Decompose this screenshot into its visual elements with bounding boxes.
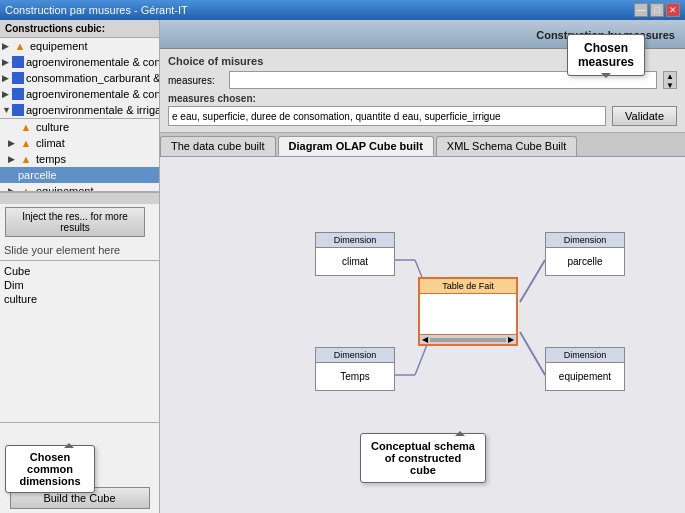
- slide-section: Slide your element here: [0, 240, 159, 261]
- measures-label: measures:: [168, 75, 223, 86]
- measures-chosen-label: measures chosen:: [168, 93, 677, 104]
- fact-scrollbar[interactable]: ◀ ▶: [420, 334, 516, 344]
- chosen-input[interactable]: [168, 106, 606, 126]
- tree-arrow: ▶: [2, 57, 12, 67]
- window-title: Construction par musures - Gérant-IT: [5, 4, 188, 16]
- fact-header: Table de Fait: [420, 279, 516, 294]
- dim-label: Dim: [4, 279, 155, 291]
- dim-equipement-header: Dimension: [546, 348, 624, 363]
- validate-button[interactable]: Validate: [612, 106, 677, 126]
- tree-label: agroenvironmentale & irrigation: [26, 104, 159, 116]
- tree-label: parcelle: [18, 169, 57, 181]
- tree-item-agro3[interactable]: ▼ agroenvironmentale & irrigation: [0, 102, 159, 119]
- dim-climat: Dimension climat: [315, 232, 395, 276]
- bottom-section: Chosencommondimensions Build the Cube: [0, 423, 159, 513]
- fact-table: Table de Fait ◀ ▶: [418, 277, 518, 346]
- dim-parcelle-body: parcelle: [546, 248, 624, 275]
- dim-temps: Dimension Temps: [315, 347, 395, 391]
- tree-item-cons[interactable]: ▶ consommation_carburant & irrigation1: [0, 70, 159, 86]
- tree-label: consommation_carburant & irrigation1: [26, 72, 159, 84]
- left-panel: Constructions cubic: ▶ ▲ equipement ▶ ag…: [0, 20, 160, 513]
- tree-arrow: ▶: [8, 154, 18, 164]
- triangle-icon: ▲: [12, 40, 28, 52]
- tree-arrow: ▶: [2, 89, 12, 99]
- tree-scrollbar[interactable]: [0, 192, 159, 204]
- blue-square-icon: [12, 72, 24, 84]
- tree-item-culture[interactable]: ▲ culture: [0, 119, 159, 135]
- tab-data-cube-label: The data cube built: [171, 140, 265, 152]
- tree-item-temps[interactable]: ▶ ▲ temps: [0, 151, 159, 167]
- chosen-row: Validate: [168, 106, 677, 126]
- tree-item-agro2[interactable]: ▶ agroenvironementale & consommation: [0, 86, 159, 102]
- tree-item-climat[interactable]: ▶ ▲ climat: [0, 135, 159, 151]
- blue-square-icon: [12, 56, 24, 68]
- tree-label: equipement: [36, 185, 94, 192]
- dim-equipement-body: equipement: [546, 363, 624, 390]
- tab-diagram-olap[interactable]: Diagram OLAP Cube built: [278, 136, 434, 156]
- common-dimensions-callout: Chosencommondimensions: [5, 445, 95, 493]
- maximize-button[interactable]: □: [650, 3, 664, 17]
- tree-arrow: ▶: [2, 41, 12, 51]
- tree-container[interactable]: ▶ ▲ equipement ▶ agroenvironementale & c…: [0, 38, 159, 192]
- slide-label: Slide your element here: [4, 244, 120, 256]
- measures-scrollbar[interactable]: ▲ ▼: [663, 71, 677, 89]
- chosen-measures-callout: Chosenmeasures: [567, 34, 645, 76]
- tab-xml-schema-label: XML Schema Cube Built: [447, 140, 566, 152]
- tree-item-parcelle[interactable]: parcelle: [0, 167, 159, 183]
- triangle-icon: ▲: [18, 185, 34, 192]
- measures-section: Choice of misures measures: ▲ ▼ measures…: [160, 49, 685, 133]
- window-controls: — □ ✕: [634, 3, 680, 17]
- tab-data-cube[interactable]: The data cube built: [160, 136, 276, 156]
- tab-diagram-olap-label: Diagram OLAP Cube built: [289, 140, 423, 152]
- dim-temps-header: Dimension: [316, 348, 394, 363]
- dim-climat-body: climat: [316, 248, 394, 275]
- tree-item-equipement[interactable]: ▶ ▲ equipement: [0, 38, 159, 54]
- dim-climat-header: Dimension: [316, 233, 394, 248]
- triangle-icon: ▲: [18, 121, 34, 133]
- right-panel: Construction by measures Choice of misur…: [160, 20, 685, 513]
- tree-label: agroenvironementale & consommation: [26, 88, 159, 100]
- svg-line-3: [520, 332, 545, 375]
- triangle-icon: ▲: [18, 137, 34, 149]
- tree-label: agroenvironementale & consommation: [26, 56, 159, 68]
- cube-label: Cube: [4, 265, 155, 277]
- fact-body: [420, 294, 516, 334]
- main-content: Constructions cubic: ▶ ▲ equipement ▶ ag…: [0, 20, 685, 513]
- tree-label: equipement: [30, 40, 88, 52]
- dim-parcelle: Dimension parcelle: [545, 232, 625, 276]
- tree-arrow: ▼: [2, 105, 12, 115]
- blue-square-icon: [12, 104, 24, 116]
- tree-arrow: ▶: [2, 73, 12, 83]
- tree-arrow: ▶: [8, 138, 18, 148]
- triangle-icon: ▲: [18, 153, 34, 165]
- tree-item-agro1[interactable]: ▶ agroenvironementale & consommation: [0, 54, 159, 70]
- dim-equipement: Dimension equipement: [545, 347, 625, 391]
- minimize-button[interactable]: —: [634, 3, 648, 17]
- tree-label: climat: [36, 137, 65, 149]
- tree-label: temps: [36, 153, 66, 165]
- title-bar: Construction par musures - Gérant-IT — □…: [0, 0, 685, 20]
- dim-parcelle-header: Dimension: [546, 233, 624, 248]
- close-button[interactable]: ✕: [666, 3, 680, 17]
- dim-temps-body: Temps: [316, 363, 394, 390]
- tabs-bar: The data cube built Diagram OLAP Cube bu…: [160, 133, 685, 157]
- cube-info: Cube Dim culture: [0, 261, 159, 423]
- conceptual-schema-callout: Conceptual schemaof constructedcube: [360, 433, 486, 483]
- svg-line-2: [520, 260, 545, 302]
- tree-label: culture: [36, 121, 69, 133]
- blue-square-icon: [12, 88, 24, 100]
- tab-xml-schema[interactable]: XML Schema Cube Built: [436, 136, 577, 156]
- constructions-title: Constructions cubic:: [0, 20, 159, 38]
- tree-item-equipement2[interactable]: ▶ ▲ equipement: [0, 183, 159, 192]
- diagram-area: Dimension climat Dimension Temps Table d…: [160, 157, 685, 513]
- inject-button[interactable]: Inject the res... for more results: [5, 207, 145, 237]
- culture-label: culture: [4, 293, 155, 305]
